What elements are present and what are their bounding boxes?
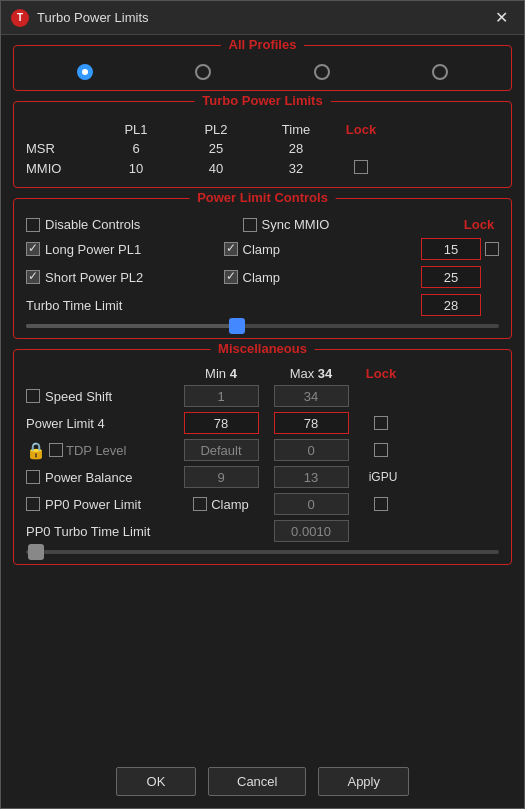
misc-lock-header: Lock xyxy=(356,366,406,381)
power-limit-controls-title: Power Limit Controls xyxy=(189,190,336,205)
short-clamp-label: Clamp xyxy=(243,270,281,285)
speed-shift-checkbox[interactable] xyxy=(26,389,40,403)
long-power-checkbox[interactable] xyxy=(26,242,40,256)
disable-controls-checkbox[interactable] xyxy=(26,218,40,232)
tdp-checkbox[interactable] xyxy=(49,443,63,457)
apply-button[interactable]: Apply xyxy=(318,767,409,796)
pl4-max-wrap xyxy=(266,412,356,434)
tpl-mmio-lock-checkbox[interactable] xyxy=(354,160,368,174)
pl4-lock-wrap xyxy=(356,416,406,430)
tpl-mmio-pl2: 40 xyxy=(176,161,256,176)
tpl-msr-row: MSR 6 25 28 xyxy=(26,141,499,156)
short-power-wrap: Short Power PL2 xyxy=(26,270,224,285)
plc-slider-container xyxy=(26,324,499,328)
speed-shift-max-wrap xyxy=(266,385,356,407)
misc-max-number: 34 xyxy=(318,366,332,381)
plc-slider-fill xyxy=(26,324,239,328)
pl4-min-input[interactable] xyxy=(184,412,259,434)
main-window: T Turbo Power Limits ✕ All Profiles Turb… xyxy=(0,0,525,809)
tdp-label: TDP Level xyxy=(66,443,126,458)
profile-radio-2[interactable] xyxy=(314,64,330,80)
close-button[interactable]: ✕ xyxy=(489,6,514,29)
pl4-label: Power Limit 4 xyxy=(26,416,105,431)
long-power-label: Long Power PL1 xyxy=(45,242,141,257)
pl4-max-input[interactable] xyxy=(274,412,349,434)
sync-mmio-wrap: Sync MMIO xyxy=(243,217,460,232)
long-power-lock-checkbox[interactable] xyxy=(485,242,499,256)
misc-slider-thumb[interactable] xyxy=(28,544,44,560)
tdp-lock-wrap xyxy=(356,443,406,457)
plc-slider-track xyxy=(26,324,499,328)
sync-mmio-checkbox[interactable] xyxy=(243,218,257,232)
tdp-label-wrap: 🔒 TDP Level xyxy=(26,441,176,460)
pp0-checkbox[interactable] xyxy=(26,497,40,511)
long-clamp-label: Clamp xyxy=(243,242,281,257)
pp0-clamp-label: Clamp xyxy=(211,497,249,512)
pp0-lock-wrap xyxy=(356,497,406,511)
turbo-time-input[interactable] xyxy=(421,294,481,316)
misc-pp0-turbo-row: PP0 Turbo Time Limit xyxy=(26,520,499,542)
short-power-checkbox[interactable] xyxy=(26,270,40,284)
pp0-turbo-label: PP0 Turbo Time Limit xyxy=(26,524,150,539)
long-power-input[interactable] xyxy=(421,238,481,260)
power-balance-min-wrap xyxy=(176,466,266,488)
pp0-lock-checkbox[interactable] xyxy=(374,497,388,511)
speed-shift-min-wrap xyxy=(176,385,266,407)
pp0-turbo-max-input[interactable] xyxy=(274,520,349,542)
tdp-lock-checkbox[interactable] xyxy=(374,443,388,457)
plc-lock-label: Lock xyxy=(464,217,494,232)
short-clamp-checkbox[interactable] xyxy=(224,270,238,284)
long-clamp-wrap: Clamp xyxy=(224,242,422,257)
pp0-max-input[interactable] xyxy=(274,493,349,515)
tdp-max-input[interactable] xyxy=(274,439,349,461)
profile-radio-3[interactable] xyxy=(432,64,448,80)
bottom-bar: OK Cancel Apply xyxy=(1,755,524,808)
profile-radio-1[interactable] xyxy=(195,64,211,80)
ok-button[interactable]: OK xyxy=(116,767,196,796)
pp0-max-wrap xyxy=(266,493,356,515)
power-balance-checkbox[interactable] xyxy=(26,470,40,484)
tdp-min-wrap xyxy=(176,439,266,461)
plc-slider-thumb[interactable] xyxy=(229,318,245,334)
speed-shift-min-input[interactable] xyxy=(184,385,259,407)
miscellaneous-title: Miscellaneous xyxy=(210,341,315,356)
power-balance-min-input[interactable] xyxy=(184,466,259,488)
power-balance-max-input[interactable] xyxy=(274,466,349,488)
misc-pp0-row: PP0 Power Limit Clamp xyxy=(26,493,499,515)
short-clamp-wrap: Clamp xyxy=(224,270,422,285)
all-profiles-section: All Profiles xyxy=(13,45,512,91)
power-balance-label-wrap: Power Balance xyxy=(26,470,176,485)
miscellaneous-section: Miscellaneous Min 4 Max 34 Lock xyxy=(13,349,512,565)
titlebar-left: T Turbo Power Limits xyxy=(11,9,149,27)
misc-speed-shift-row: Speed Shift xyxy=(26,385,499,407)
misc-min-label: Min xyxy=(205,366,226,381)
igpu-label: iGPU xyxy=(369,470,398,484)
plc-row1: Disable Controls Sync MMIO Lock xyxy=(26,217,499,232)
cancel-button[interactable]: Cancel xyxy=(208,767,306,796)
window-title: Turbo Power Limits xyxy=(37,10,149,25)
long-power-wrap: Long Power PL1 xyxy=(26,242,224,257)
speed-shift-max-input[interactable] xyxy=(274,385,349,407)
pp0-label: PP0 Power Limit xyxy=(45,497,141,512)
tpl-table: PL1 PL2 Time Lock MSR 6 25 28 MMIO 10 40… xyxy=(26,122,499,177)
turbo-power-limits-section: Turbo Power Limits PL1 PL2 Time Lock MSR… xyxy=(13,101,512,188)
turbo-power-limits-title: Turbo Power Limits xyxy=(194,93,330,108)
short-power-input[interactable] xyxy=(421,266,481,288)
profile-radio-0[interactable] xyxy=(77,64,93,80)
short-value-wrap xyxy=(421,266,499,288)
tpl-mmio-lock xyxy=(336,160,386,177)
misc-min-number: 4 xyxy=(230,366,237,381)
tpl-msr-time: 28 xyxy=(256,141,336,156)
pl4-lock-checkbox[interactable] xyxy=(374,416,388,430)
long-clamp-checkbox[interactable] xyxy=(224,242,238,256)
misc-max-label: Max xyxy=(290,366,315,381)
pp0-turbo-label-wrap: PP0 Turbo Time Limit xyxy=(26,524,176,539)
tdp-lock-icon: 🔒 xyxy=(26,441,46,460)
tpl-pl2-header: PL2 xyxy=(176,122,256,137)
tpl-lock-header: Lock xyxy=(336,122,386,137)
misc-slider-track xyxy=(26,550,499,554)
pp0-clamp-checkbox[interactable] xyxy=(193,497,207,511)
misc-header: Min 4 Max 34 Lock xyxy=(26,366,499,381)
tdp-min-input[interactable] xyxy=(184,439,259,461)
pp0-clamp-wrap: Clamp xyxy=(176,497,266,512)
